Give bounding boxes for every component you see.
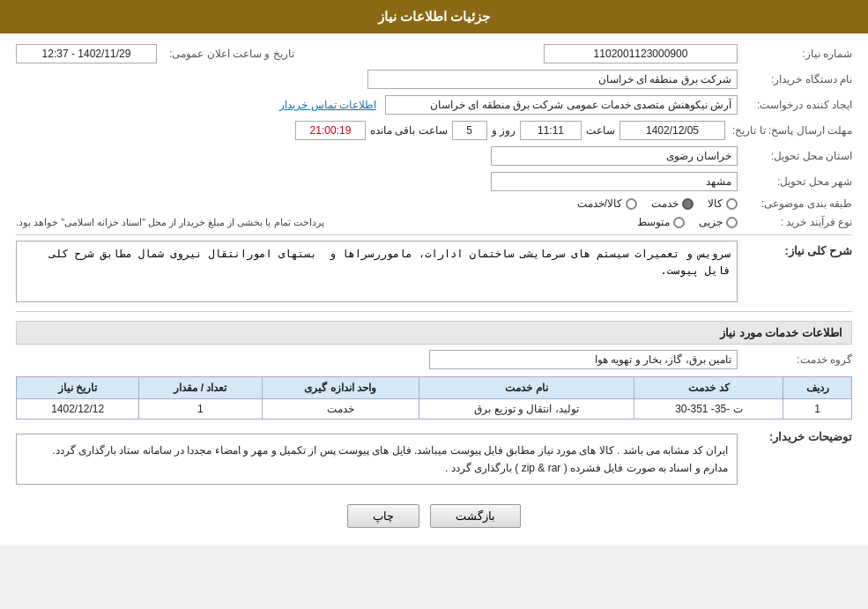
- khadamat-table: ردیف کد خدمت نام خدمت واحد اندازه گیری ت…: [16, 376, 852, 420]
- tabaqe-radio-group: کالا/خدمت خدمت کالا: [577, 197, 738, 210]
- shahr-value: مشهد: [491, 172, 738, 191]
- name-dastgah-value: شرکت برق منطقه ای خراسان: [367, 70, 738, 89]
- tabaqe-kala-label: کالا: [708, 197, 723, 210]
- shomare-section: شماره نیاز: 1102001123000900: [544, 44, 852, 63]
- col-name: نام خدمت: [419, 376, 634, 398]
- col-unit: واحد اندازه گیری: [262, 376, 419, 398]
- saat-label: ساعت: [586, 124, 615, 137]
- tabaqe-khadamat-item: خدمت: [651, 197, 694, 210]
- tabaqe-khadamat-radio[interactable]: [682, 198, 694, 210]
- farayan-mottaset-radio[interactable]: [673, 217, 685, 228]
- page-wrapper: جزئیات اطلاعات نیاز شماره نیاز: 11020011…: [0, 0, 868, 546]
- ostan-label: استان محل تحویل:: [738, 150, 852, 162]
- tabaqe-row: طبقه بندی موضوعی: کالا/خدمت خدمت کالا: [16, 197, 852, 210]
- mohlat-date: 1402/12/05: [619, 121, 725, 140]
- tabaqe-kala-khadamat-item: کالا/خدمت: [577, 197, 637, 210]
- name-dastgah-row: نام دستگاه خریدار: شرکت برق منطقه ای خرا…: [16, 70, 852, 89]
- shahr-row: شهر محل تحویل: مشهد: [16, 172, 852, 191]
- ijad-konande-row: ایجاد کننده درخواست: آرش نیکوهنش متصدی خ…: [16, 95, 852, 115]
- cell-unit: خدمت: [262, 398, 419, 419]
- cell-count: 1: [139, 398, 262, 419]
- rooz-label: روز و: [492, 124, 516, 137]
- farayan-jazzi-label: جزیی: [699, 216, 723, 228]
- sharh-row: شرح کلی نیاز:: [16, 241, 852, 305]
- shahr-label: شهر محل تحویل:: [738, 175, 852, 188]
- cell-name: تولید، انتقال و توزیع برق: [419, 398, 634, 419]
- ijad-konande-value: آرش نیکوهنش متصدی خدمات عمومی شرکت برق م…: [385, 95, 738, 115]
- ostan-value: خراسان رضوی: [491, 146, 738, 166]
- mohlat-label: مهلت ارسال پاسخ: تا تاریخ:: [725, 124, 852, 137]
- tabaqe-kala-radio[interactable]: [726, 198, 738, 210]
- divider1: [16, 234, 852, 235]
- cell-code: ت -35- 351-30: [634, 398, 783, 419]
- tawzih-text: ایران کد مشابه می باشد . کالا های مورد ن…: [52, 444, 728, 474]
- sharh-textarea[interactable]: [16, 241, 738, 302]
- khadamat-table-section: ردیف کد خدمت نام خدمت واحد اندازه گیری ت…: [16, 376, 852, 420]
- tarikh-elan-section: تاریخ و ساعت اعلان عمومی: 1402/11/29 - 1…: [16, 44, 294, 63]
- divider2: [16, 311, 852, 312]
- group-khadamat-value: تامین برق، گاز، بخار و تهویه هوا: [429, 350, 738, 369]
- tabaqe-kala-khadamat-radio[interactable]: [626, 198, 637, 210]
- baqi-value: 21:00:19: [295, 121, 366, 140]
- tabaqe-kala-khadamat-label: کالا/خدمت: [577, 197, 622, 210]
- cell-date: 1402/12/12: [17, 398, 139, 419]
- info-link[interactable]: اطلاعات تماس خریدار: [279, 99, 376, 111]
- page-header: جزئیات اطلاعات نیاز: [0, 0, 868, 33]
- tabaqe-kala-item: کالا: [708, 197, 738, 210]
- farayan-label: نوع فرآیند خرید :: [738, 216, 852, 228]
- col-count: تعداد / مقدار: [139, 376, 262, 398]
- tabaqe-label: طبقه بندی موضوعی:: [738, 197, 852, 210]
- col-date: تاریخ نیاز: [17, 376, 139, 398]
- page-title: جزئیات اطلاعات نیاز: [378, 9, 490, 24]
- khadamat-section-header: اطلاعات خدمات مورد نیاز: [16, 321, 852, 345]
- sharh-content: [16, 241, 738, 305]
- ostan-row: استان محل تحویل: خراسان رضوی: [16, 146, 852, 166]
- tarikh-elan-value: 1402/11/29 - 12:37: [16, 44, 157, 63]
- table-row: 1ت -35- 351-30تولید، انتقال و توزیع برقخ…: [17, 398, 852, 419]
- saat-value: 11:11: [520, 121, 582, 140]
- group-khadamat-row: گروه خدمت: تامین برق، گاز، بخار و تهویه …: [16, 350, 852, 369]
- shomare-label: شماره نیاز:: [738, 48, 852, 60]
- table-header-row: ردیف کد خدمت نام خدمت واحد اندازه گیری ت…: [17, 376, 852, 398]
- back-button[interactable]: بازگشت: [430, 504, 521, 528]
- tawzih-content: ایران کد مشابه می باشد . کالا های مورد ن…: [16, 434, 738, 486]
- mohlat-row: مهلت ارسال پاسخ: تا تاریخ: 1402/12/05 سا…: [16, 121, 852, 140]
- farayan-jazzi-item: جزیی: [699, 216, 738, 228]
- col-radif: ردیف: [783, 376, 852, 398]
- tabaqe-khadamat-label: خدمت: [651, 197, 679, 210]
- farayan-radio-group: جزیی متوسط: [637, 216, 738, 228]
- table-head: ردیف کد خدمت نام خدمت واحد اندازه گیری ت…: [17, 376, 852, 398]
- button-row: بازگشت چاپ: [16, 504, 852, 528]
- rooz-value: 5: [452, 121, 487, 140]
- print-button[interactable]: چاپ: [347, 504, 419, 528]
- table-body: 1ت -35- 351-30تولید، انتقال و توزیع برقخ…: [17, 398, 852, 419]
- name-dastgah-label: نام دستگاه خریدار:: [738, 73, 852, 85]
- cell-radif: 1: [783, 398, 852, 419]
- tawzih-label: توضیحات خریدار:: [738, 430, 852, 443]
- tarikh-elan-label: تاریخ و ساعت اعلان عمومی:: [162, 48, 294, 60]
- shomare-row: شماره نیاز: 1102001123000900 تاریخ و ساع…: [16, 44, 852, 63]
- farayan-row: نوع فرآیند خرید : جزیی متوسط پرداخت تمام…: [16, 216, 852, 228]
- ijad-konande-label: ایجاد کننده درخواست:: [738, 99, 852, 111]
- tawzih-row: توضیحات خریدار: ایران کد مشابه می باشد .…: [16, 427, 852, 493]
- farayan-mottaset-item: متوسط: [637, 216, 685, 228]
- farayan-note: پرداخت تمام یا بخشی از مبلغ خریدار از مح…: [16, 217, 324, 228]
- shomare-value: 1102001123000900: [544, 44, 738, 63]
- group-khadamat-label: گروه خدمت:: [738, 353, 852, 366]
- baqi-label: ساعت باقی مانده: [370, 124, 448, 137]
- content-area: شماره نیاز: 1102001123000900 تاریخ و ساع…: [0, 33, 868, 546]
- farayan-jazzi-radio[interactable]: [726, 217, 738, 228]
- farayan-mottaset-label: متوسط: [637, 216, 670, 228]
- sharh-label: شرح کلی نیاز:: [738, 244, 852, 257]
- col-code: کد خدمت: [634, 376, 783, 398]
